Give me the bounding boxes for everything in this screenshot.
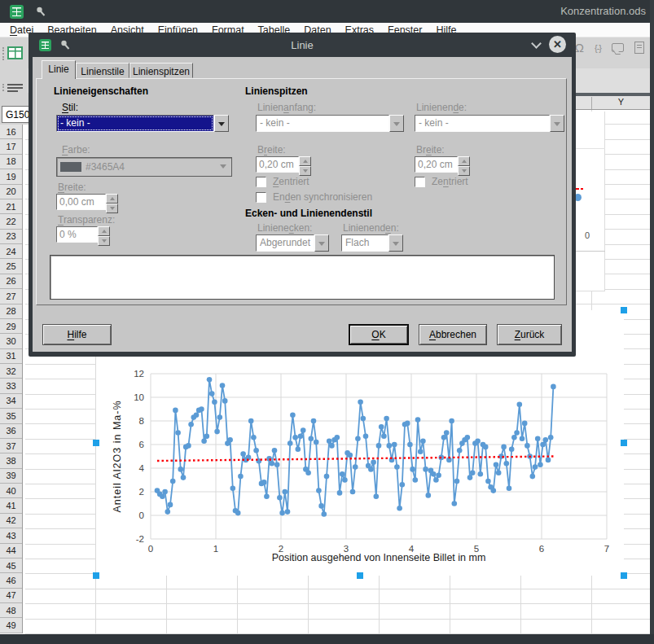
row-header[interactable]: 28 (0, 304, 22, 319)
mini-trend-dash (581, 188, 583, 190)
row-header[interactable]: 24 (0, 244, 22, 259)
close-icon[interactable]: ✕ (549, 36, 566, 53)
row-header[interactable]: 23 (0, 230, 22, 244)
row-header[interactable]: 36 (0, 424, 22, 439)
line-end-combobox: - kein - (415, 115, 564, 132)
tab-linienspitzen[interactable]: Linienspitzen (129, 63, 193, 78)
special-character-icon[interactable]: Ω (575, 41, 584, 55)
row-header-column: 1617181920212223242526272829303132333435… (0, 125, 23, 633)
row-header[interactable]: 44 (0, 544, 22, 559)
row-header[interactable]: 21 (0, 199, 22, 214)
dropdown-arrow-icon (388, 234, 403, 252)
header-footer-icon[interactable] (634, 42, 644, 54)
style-label: Stil: (62, 102, 78, 113)
dropdown-arrow-icon (389, 115, 404, 132)
dropdown-arrow-icon (314, 234, 329, 252)
row-header[interactable]: 40 (0, 484, 22, 498)
right-scrollbar[interactable] (650, 0, 654, 644)
cancel-button[interactable]: Abbrechen (419, 324, 487, 345)
tab-page-panel: Linieneigenschaften Stil: - kein - Farbe… (36, 78, 567, 305)
end-width-label: Breite: (416, 144, 445, 156)
line-start-label: Linienanfang: (257, 102, 316, 113)
row-header[interactable]: 17 (0, 139, 22, 154)
row-header[interactable]: 43 (0, 528, 22, 543)
row-header[interactable]: 18 (0, 155, 22, 169)
row-header[interactable]: 34 (0, 394, 22, 409)
window-titlebar[interactable]: Konzentration.ods (0, 0, 654, 23)
mini-gridline (576, 148, 605, 149)
svg-text:6: 6 (139, 440, 144, 449)
row-header[interactable]: 26 (0, 274, 22, 289)
selection-handle-bottom-left[interactable] (93, 572, 99, 579)
column-header-Y[interactable]: Y (591, 97, 650, 109)
toolbar-grip[interactable] (2, 47, 4, 60)
transparency-spinner: 0 % (56, 226, 110, 243)
color-label: Farbe: (62, 144, 90, 156)
spin-up-icon (106, 194, 118, 204)
row-header[interactable]: 20 (0, 185, 22, 199)
row-header[interactable]: 27 (0, 289, 22, 304)
cap-style-combobox: Flach (341, 234, 403, 252)
spin-down-icon (299, 166, 311, 176)
svg-text:1: 1 (213, 544, 218, 554)
spin-down-icon (98, 236, 110, 246)
line-end-label: Linienende: (416, 102, 467, 113)
dropdown-arrow-icon[interactable] (214, 115, 229, 132)
color-swatch (60, 162, 81, 172)
row-header[interactable]: 39 (0, 469, 22, 484)
selection-handle-top-right[interactable] (621, 307, 627, 313)
row-header[interactable]: 30 (0, 334, 22, 348)
row-header[interactable]: 35 (0, 409, 22, 423)
row-header[interactable]: 42 (0, 514, 22, 528)
row-header[interactable]: 19 (0, 169, 22, 184)
svg-text:Position ausgehend von Innense: Position ausgehend von Innenseite Billet… (272, 552, 486, 563)
row-header[interactable]: 25 (0, 259, 22, 274)
synchronize-ends-label: Enden synchronisieren (273, 191, 372, 203)
column-header-row: Y (576, 96, 650, 110)
table-icon[interactable] (7, 46, 23, 59)
tab-linienstile[interactable]: Linienstile (76, 63, 129, 78)
selection-handle-bottom-center[interactable] (357, 572, 363, 579)
row-header[interactable]: 31 (0, 349, 22, 364)
svg-text:Anteil Al2O3 in Ma-%: Anteil Al2O3 in Ma-% (112, 400, 123, 512)
dialog-titlebar[interactable]: Linie ✕ (29, 33, 576, 57)
selection-handle-bottom-right[interactable] (621, 572, 627, 579)
row-header[interactable]: 29 (0, 319, 22, 334)
row-header[interactable]: 47 (0, 589, 22, 603)
selection-handle-mid-left[interactable] (93, 440, 99, 446)
row-header[interactable]: 16 (0, 125, 22, 139)
svg-text:-2: -2 (136, 534, 144, 544)
hyperlink-icon[interactable]: {-} (595, 43, 601, 53)
row-header[interactable]: 33 (0, 379, 22, 393)
row-header[interactable]: 41 (0, 498, 22, 513)
hidden-chart-fragment[interactable]: 0 (576, 112, 605, 291)
style-combobox[interactable]: - kein - (56, 115, 229, 132)
tab-linie[interactable]: Linie (42, 60, 76, 79)
svg-text:0: 0 (139, 510, 144, 520)
mini-axis-tick: 0 (585, 230, 590, 240)
dialog-title: Linie (29, 39, 576, 51)
row-header[interactable]: 46 (0, 573, 22, 588)
help-button[interactable]: Hilfe (42, 324, 112, 345)
ok-button[interactable]: OK (349, 324, 409, 345)
start-width-label: Breite: (257, 144, 286, 156)
back-button[interactable]: Zurück (497, 324, 562, 345)
pin-icon[interactable] (35, 6, 46, 17)
end-width-spinner: 0,20 cm (415, 156, 470, 173)
svg-text:12: 12 (134, 369, 144, 379)
row-header[interactable]: 45 (0, 559, 22, 573)
row-header[interactable]: 32 (0, 364, 22, 379)
comment-icon[interactable] (612, 43, 624, 52)
transparency-label: Transparenz: (58, 214, 115, 226)
row-header[interactable]: 22 (0, 214, 22, 229)
row-header[interactable]: 37 (0, 439, 22, 453)
selection-handle-mid-right[interactable] (621, 440, 627, 446)
svg-text:4: 4 (139, 463, 145, 473)
svg-text:8: 8 (139, 416, 144, 426)
row-header[interactable]: 38 (0, 453, 22, 468)
window-title: Konzentration.ods (560, 5, 646, 17)
dialog-content: Linie Linienstile Linienspitzen Linienei… (33, 57, 572, 352)
row-header[interactable]: 49 (0, 618, 22, 633)
centered-start-label: Zentriert (273, 176, 309, 187)
row-header[interactable]: 48 (0, 603, 22, 618)
